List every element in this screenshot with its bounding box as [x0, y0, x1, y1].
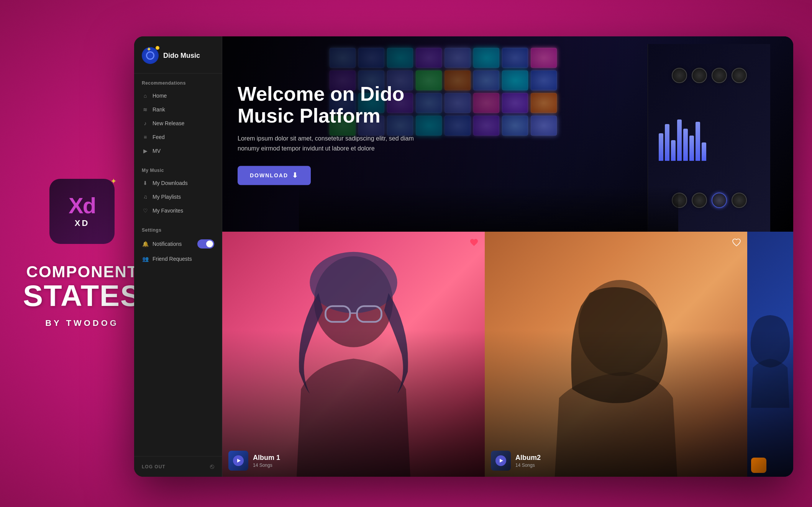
notifications-toggle[interactable] — [197, 239, 214, 249]
component-states-label: COMPONENT STATES BY TWODOG — [23, 263, 141, 328]
album-card-2[interactable]: Album2 14 Songs — [485, 232, 747, 477]
album-2-songs: 14 Songs — [515, 463, 541, 468]
album-2-text: Album2 14 Songs — [515, 454, 541, 468]
home-icon: ⌂ — [142, 92, 149, 99]
album-2-play-btn[interactable] — [491, 451, 511, 471]
sidebar-item-mv[interactable]: ▶ MV — [134, 144, 222, 158]
sidebar-item-feed[interactable]: ≡ Feed — [134, 130, 222, 144]
favorites-icon: ♡ — [142, 207, 149, 214]
xd-logo-block: Xd XD ✦ — [49, 179, 115, 244]
mv-icon: ▶ — [142, 147, 149, 154]
my-music-section: My Music ⬇ My Downloads ♫ My Playlists ♡… — [134, 161, 222, 221]
main-content: Welcome on Dido Music Platform Lorem ips… — [222, 36, 793, 477]
downloads-icon: ⬇ — [142, 180, 149, 186]
notifications-icon: 🔔 — [142, 240, 149, 247]
states-text: STATES — [23, 281, 141, 311]
rank-icon: ≋ — [142, 106, 149, 113]
xd-logo-text: Xd — [69, 195, 95, 217]
sidebar-footer: LOG OUT ⎋ — [134, 456, 222, 477]
album-2-heart[interactable] — [732, 238, 741, 249]
albums-row: Album 1 14 Songs — [222, 232, 793, 477]
sidebar-item-favorites[interactable]: ♡ My Favorites — [134, 204, 222, 218]
logout-label[interactable]: LOG OUT — [142, 464, 166, 469]
sidebar-item-rank[interactable]: ≋ Rank — [134, 103, 222, 116]
friend-requests-icon: 👥 — [142, 255, 149, 262]
notifications-row: 🔔 Notifications — [134, 236, 222, 252]
left-branding: Xd XD ✦ COMPONENT STATES BY TWODOG — [23, 179, 141, 328]
album-1-play-btn[interactable] — [228, 451, 248, 471]
album-1-text: Album 1 14 Songs — [253, 454, 280, 468]
sidebar-friend-requests-label: Friend Requests — [153, 256, 192, 262]
xd-label-text: XD — [75, 218, 90, 228]
settings-section: Settings 🔔 Notifications 👥 Friend Reques… — [134, 221, 222, 269]
sidebar-home-label: Home — [153, 93, 167, 99]
download-button[interactable]: DOWNLOAD ⬇ — [238, 166, 311, 185]
new-release-icon: ♪ — [142, 120, 149, 127]
author-text: BY TWODOG — [23, 318, 141, 328]
recommendations-title: Recommendations — [134, 80, 222, 89]
notifications-label: Notifications — [153, 241, 194, 247]
sidebar-downloads-label: My Downloads — [153, 180, 188, 186]
album-2-info: Album2 14 Songs — [485, 445, 747, 477]
album-1-info: Album 1 14 Songs — [222, 445, 485, 477]
album-2-overlay — [485, 232, 747, 477]
xd-sparkle-icon: ✦ — [110, 177, 117, 186]
album-card-1[interactable]: Album 1 14 Songs — [222, 232, 485, 477]
logo-wrap: ✦ — [142, 47, 159, 64]
download-btn-label: DOWNLOAD — [250, 172, 288, 178]
sidebar-header: ✦ Dido Music — [134, 36, 222, 74]
sidebar-item-new-release[interactable]: ♪ New Release — [134, 116, 222, 130]
sidebar-item-playlists[interactable]: ♫ My Playlists — [134, 190, 222, 204]
sidebar-item-downloads[interactable]: ⬇ My Downloads — [134, 176, 222, 190]
album-1-songs: 14 Songs — [253, 463, 280, 468]
sidebar-new-release-label: New Release — [153, 120, 184, 126]
download-icon: ⬇ — [292, 171, 299, 180]
logout-icon[interactable]: ⎋ — [210, 463, 214, 471]
sidebar-mv-label: MV — [153, 148, 161, 154]
app-name-label: Dido Music — [163, 52, 200, 60]
hero-description: Lorem ipsum dolor sit amet, consetetur s… — [238, 134, 422, 154]
album-2-title: Album2 — [515, 454, 541, 462]
album-3-info — [747, 454, 793, 477]
my-music-title: My Music — [134, 168, 222, 176]
album-3-thumb — [751, 458, 766, 473]
sidebar-favorites-label: My Favorites — [153, 208, 183, 214]
sidebar: ✦ Dido Music Recommendations ⌂ Home ≋ Ra… — [134, 36, 222, 477]
playlists-icon: ♫ — [142, 193, 149, 200]
hero-title: Welcome on Dido Music Platform — [238, 83, 452, 127]
album-1-overlay — [222, 232, 485, 477]
app-window: ✦ Dido Music Recommendations ⌂ Home ≋ Ra… — [134, 36, 793, 477]
album-1-thumb — [228, 451, 248, 471]
hero-text-content: Welcome on Dido Music Platform Lorem ips… — [238, 83, 452, 185]
album-2-thumb — [491, 451, 511, 471]
sidebar-playlists-label: My Playlists — [153, 194, 181, 200]
settings-title: Settings — [134, 227, 222, 236]
sidebar-item-friend-requests[interactable]: 👥 Friend Requests — [134, 252, 222, 266]
album-card-3[interactable] — [747, 232, 793, 477]
feed-icon: ≡ — [142, 134, 149, 141]
album-3-overlay — [747, 232, 793, 477]
sparkle-icon: ✦ — [146, 46, 151, 53]
sidebar-item-home[interactable]: ⌂ Home — [134, 89, 222, 103]
hero-section: Welcome on Dido Music Platform Lorem ips… — [222, 36, 793, 232]
sidebar-feed-label: Feed — [153, 134, 165, 140]
sidebar-rank-label: Rank — [153, 106, 165, 113]
album-1-title: Album 1 — [253, 454, 280, 462]
recommendations-section: Recommendations ⌂ Home ≋ Rank ♪ New Rele… — [134, 74, 222, 161]
component-text: COMPONENT — [23, 263, 141, 281]
album-1-heart[interactable] — [469, 238, 479, 249]
